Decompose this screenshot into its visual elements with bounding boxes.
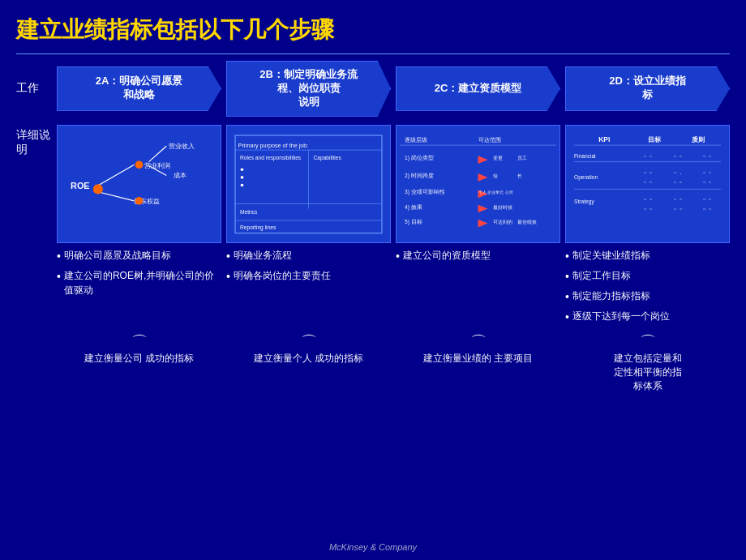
- svg-text:－－: －－: [701, 169, 713, 176]
- bullet-3-1: • 建立公司的资质模型: [396, 248, 560, 265]
- bullet-2-2: • 明确各岗位的主要责任: [226, 268, 391, 285]
- svg-text:可达范围: 可达范围: [478, 136, 501, 143]
- svg-text:－－: －－: [672, 205, 684, 212]
- svg-text:Metrics: Metrics: [240, 208, 258, 214]
- svg-text:－－: －－: [672, 195, 684, 203]
- svg-text:5) 目标: 5) 目标: [405, 218, 422, 224]
- bullet-4-1: • 制定关键业绩指标: [565, 248, 730, 265]
- watermark: McKinsey & Company: [329, 542, 417, 552]
- brace-symbol-4: ⌒: [565, 334, 730, 350]
- bullet-col-4: • 制定关键业绩指标 • 制定工作目标 • 制定能力指标指标 • 逐级下达到每一…: [565, 248, 730, 329]
- bullet-text: 明确各岗位的主要责任: [234, 268, 331, 283]
- page-title: 建立业绩指标包括以下几个步骤: [0, 0, 746, 53]
- svg-text:－－: －－: [701, 195, 713, 203]
- bullet-col-2: • 明确业务流程 • 明确各岗位的主要责任: [226, 248, 391, 329]
- brace-col-2: ⌒ 建立衡量个人 成功的指标: [226, 334, 391, 392]
- brace-symbol-1: ⌒: [57, 334, 221, 350]
- bullet-1-2: • 建立公司的ROE树,并明确公司的价值驱动: [57, 268, 221, 297]
- svg-text:员工: 员工: [517, 156, 527, 160]
- svg-text:Financial: Financial: [574, 152, 596, 158]
- svg-text:－－: －－: [701, 152, 713, 159]
- bullet-dot: •: [565, 289, 569, 306]
- step-2a-label: 2A：明确公司愿景和战略: [96, 75, 183, 102]
- bullet-text: 明确业务流程: [234, 248, 292, 263]
- svg-point-11: [135, 197, 144, 205]
- bullet-text: 制定能力指标指标: [572, 289, 650, 303]
- svg-text:Capabilities: Capabilities: [314, 155, 342, 161]
- svg-text:最好时候: 最好时候: [493, 204, 512, 209]
- bullet-dot: •: [57, 268, 61, 285]
- svg-text:－．: －．: [672, 169, 684, 176]
- svg-text:4) 效果: 4) 效果: [405, 203, 422, 210]
- svg-text:1) 岗位类型: 1) 岗位类型: [405, 155, 434, 161]
- brace-symbol-3: ⌒: [396, 334, 560, 350]
- diagram-job: Primary purpose of the job: Roles and re…: [226, 125, 391, 244]
- brace-col-4: ⌒ 建立包括定量和定性相平衡的指标体系: [565, 334, 730, 392]
- svg-text:Roles and responsibilities: Roles and responsibilities: [240, 155, 302, 161]
- svg-text:短: 短: [493, 173, 498, 178]
- brace-text-4: 建立包括定量和定性相平衡的指标体系: [565, 352, 730, 392]
- diagram-competency: 逐级层级 可达范围 1) 岗位类型 2) 时间跨度 3) 业绩可影响性 4) 效…: [396, 125, 560, 244]
- svg-text:－－: －－: [642, 195, 654, 203]
- kpi-svg: KPI 目标 质则 Financial －－ －－ －－ Operation －…: [569, 129, 726, 240]
- svg-text:Strategy: Strategy: [574, 199, 594, 205]
- step-2d: 2D：设立业绩指标: [565, 66, 730, 111]
- svg-text:营业利润: 营业利润: [144, 161, 170, 169]
- job-svg: Primary purpose of the job: Roles and re…: [230, 129, 387, 240]
- step-2c-label: 2C：建立资质模型: [435, 81, 522, 96]
- step-2b-label: 2B：制定明确业务流程、岗位职责说明: [259, 68, 358, 109]
- brace-text-1: 建立衡量公司 成功的指标: [57, 352, 221, 365]
- step-2a: 2A：明确公司愿景和战略: [57, 66, 221, 111]
- diagram-roe: 营业收入 营业利润 成本 股东权益 ROE: [57, 125, 221, 244]
- svg-text:－－: －－: [642, 152, 654, 159]
- svg-text:－－: －－: [642, 178, 654, 186]
- svg-text:营业收入: 营业收入: [169, 141, 195, 149]
- bullet-dot: •: [226, 248, 230, 265]
- svg-text:成本: 成本: [174, 171, 186, 179]
- brace-symbol-2: ⌒: [226, 334, 391, 350]
- bullet-dot: •: [57, 248, 61, 265]
- bullet-dot: •: [226, 268, 230, 285]
- brace-col-1: ⌒ 建立衡量公司 成功的指标: [57, 334, 221, 392]
- svg-text:－－: －－: [672, 152, 684, 159]
- work-label: 工作: [16, 81, 57, 96]
- svg-text:最佳绩效: 最佳绩效: [517, 219, 537, 224]
- bullet-dot: •: [565, 268, 569, 285]
- detail-label: 详细说明: [16, 125, 57, 157]
- bullet-text: 制定关键业绩指标: [572, 248, 650, 263]
- brace-text-3: 建立衡量业绩的 主要项目: [396, 352, 560, 365]
- svg-text:3) 业绩可影响性: 3) 业绩可影响性: [405, 189, 445, 195]
- svg-text:－－: －－: [642, 205, 654, 212]
- brace-col-3: ⌒ 建立衡量业绩的 主要项目: [396, 334, 560, 392]
- bullet-4-3: • 制定能力指标指标: [565, 289, 730, 306]
- svg-text:ROE: ROE: [71, 181, 90, 190]
- bullet-text: 明确公司愿景及战略目标: [64, 248, 171, 263]
- svg-text:逐级层级: 逐级层级: [405, 136, 427, 143]
- bullet-col-1: • 明确公司愿景及战略目标 • 建立公司的ROE树,并明确公司的价值驱动: [57, 248, 221, 329]
- svg-text:－－: －－: [672, 178, 684, 186]
- svg-point-24: [241, 168, 244, 171]
- bullet-4-2: • 制定工作目标: [565, 268, 730, 285]
- bullet-dot: •: [565, 248, 569, 265]
- step-2c: 2C：建立资质模型: [396, 66, 560, 111]
- divider: [16, 53, 730, 54]
- svg-text:个人 企业单元 公司: 个人 企业单元 公司: [478, 190, 513, 195]
- bullets-row: • 明确公司愿景及战略目标 • 建立公司的ROE树,并明确公司的价值驱动 • 明…: [57, 248, 730, 334]
- svg-text:可达到的: 可达到的: [493, 219, 512, 224]
- svg-text:质则: 质则: [691, 135, 705, 143]
- brace-row: ⌒ 建立衡量公司 成功的指标 ⌒ 建立衡量个人 成功的指标 ⌒ 建立衡量业绩的 …: [57, 334, 730, 392]
- bullet-text: 建立公司的ROE树,并明确公司的价值驱动: [64, 268, 221, 297]
- bullet-1-1: • 明确公司愿景及战略目标: [57, 248, 221, 265]
- svg-text:Reporting lines: Reporting lines: [240, 224, 277, 231]
- svg-text:Operation: Operation: [574, 174, 598, 181]
- roe-svg: 营业收入 营业利润 成本 股东权益 ROE: [61, 129, 217, 240]
- svg-text:－－: －－: [642, 169, 654, 176]
- steps-container: 2A：明确公司愿景和战略 2B：制定明确业务流程、岗位职责说明 2C：建立资质模…: [57, 61, 730, 117]
- bullet-dot: •: [396, 248, 400, 265]
- step-2b: 2B：制定明确业务流程、岗位职责说明: [226, 61, 391, 117]
- bullet-text: 逐级下达到每一个岗位: [572, 309, 670, 323]
- svg-point-10: [135, 160, 144, 169]
- brace-text-2: 建立衡量个人 成功的指标: [226, 352, 391, 365]
- bullet-dot: •: [565, 309, 569, 326]
- svg-point-25: [241, 176, 244, 179]
